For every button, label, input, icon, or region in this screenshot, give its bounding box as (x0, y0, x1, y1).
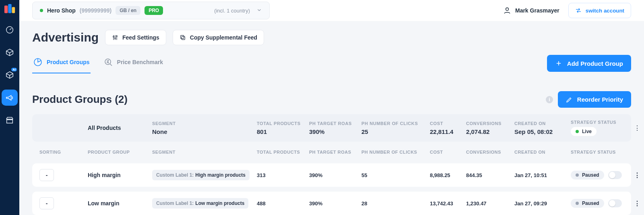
tabs: Product Groups Price Benchmark (32, 53, 164, 73)
nav-products[interactable] (2, 44, 18, 61)
svg-point-7 (116, 35, 118, 37)
segment-chip[interactable]: Custom Label 1:High margin products (152, 170, 250, 180)
feed-settings-button[interactable]: Feed Settings (105, 30, 166, 45)
page-title: Advertising (32, 31, 99, 44)
plus-icon (555, 60, 562, 67)
summary-cost: 22,811.4 (430, 128, 466, 135)
info-icon[interactable]: i (546, 96, 553, 103)
status-badge-live: Live (571, 127, 597, 136)
add-product-group-button[interactable]: Add Product Group (547, 55, 631, 72)
storefront-icon (5, 116, 14, 125)
svg-rect-2 (12, 7, 15, 13)
app-logo-icon (4, 3, 16, 15)
chevron-down-icon (256, 7, 262, 14)
table-row: - High margin Custom Label 1:High margin… (32, 163, 631, 187)
row-more-button[interactable]: ⋮ (631, 200, 643, 207)
nav-storefront[interactable] (2, 112, 18, 128)
user-name: Mark Grasmayer (515, 7, 559, 14)
group-name[interactable]: High margin (88, 172, 152, 178)
status-toggle[interactable] (608, 171, 622, 179)
nav-advertising[interactable] (2, 90, 18, 106)
status-badge-paused: Paused (571, 199, 604, 208)
table-row: - Low margin Custom Label 1:Low margin p… (32, 192, 631, 215)
status-dot-icon (40, 9, 43, 12)
store-name: Hero Shop (47, 7, 76, 14)
svg-point-4 (506, 8, 509, 10)
switch-icon (575, 7, 582, 14)
content: Advertising Feed Settings Copy Supplemen… (19, 21, 644, 215)
svg-point-5 (113, 36, 114, 38)
megaphone-icon (5, 93, 14, 102)
svg-rect-0 (4, 6, 8, 13)
user-icon (503, 6, 511, 15)
summary-roas: 390% (309, 128, 361, 135)
summary-more-button[interactable]: ⋮ (631, 124, 643, 132)
summary-segment: None (152, 128, 257, 135)
svg-point-6 (115, 38, 116, 39)
country-note: (incl. 1 country) (214, 8, 250, 14)
sort-handle[interactable]: - (39, 197, 54, 209)
switch-account-button[interactable]: switch account (568, 3, 631, 18)
section-title: Product Groups (2) (32, 93, 128, 106)
nav-dashboard[interactable] (2, 22, 18, 38)
topbar: Hero Shop (999999999) GB / en PRO (incl.… (19, 0, 644, 21)
tab-price-benchmark[interactable]: Price Benchmark (103, 53, 164, 73)
main: Hero Shop (999999999) GB / en PRO (incl.… (19, 0, 644, 215)
svg-rect-8 (182, 36, 185, 40)
pie-icon (33, 57, 43, 67)
summary-clicks: 25 (361, 128, 430, 135)
gauge-icon (5, 25, 14, 34)
all-products-label: All Products (88, 125, 152, 131)
status-toggle[interactable] (608, 199, 622, 207)
summary-total: 801 (257, 128, 309, 135)
tab-product-groups[interactable]: Product Groups (32, 53, 91, 73)
cube-icon (5, 48, 14, 57)
ai-badge: AI (11, 68, 17, 71)
row-more-button[interactable]: ⋮ (631, 171, 643, 179)
summary-row: All Products SEGMENT None TOTAL PRODUCTS… (32, 114, 631, 142)
store-selector[interactable]: Hero Shop (999999999) GB / en PRO (incl.… (32, 2, 270, 19)
copy-feed-button[interactable]: Copy Supplemental Feed (173, 30, 264, 45)
plan-badge: PRO (144, 6, 163, 15)
table-header: SORTING PRODUCT GROUP SEGMENT TOTAL PROD… (32, 142, 631, 159)
sliders-icon (112, 34, 118, 41)
svg-rect-9 (180, 35, 184, 39)
nav-ai-products[interactable]: AI (2, 67, 18, 83)
summary-conversions: 2,074.82 (466, 128, 514, 135)
group-name[interactable]: Low margin (88, 200, 152, 207)
status-badge-paused: Paused (571, 171, 604, 180)
summary-created: Sep 05, 08:02 (514, 128, 571, 135)
copy-icon (180, 34, 186, 41)
locale-pill: GB / en (116, 6, 140, 15)
user-menu[interactable]: Mark Grasmayer (503, 6, 559, 15)
reorder-priority-button[interactable]: Reorder Priority (558, 91, 631, 108)
segment-chip[interactable]: Custom Label 1:Low margin products (152, 198, 248, 209)
sidebar: AI (0, 0, 19, 215)
cube-icon (5, 71, 14, 79)
store-id: (999999999) (80, 7, 111, 14)
sort-handle[interactable]: - (39, 169, 54, 181)
euro-search-icon (103, 57, 113, 67)
svg-rect-1 (8, 4, 11, 13)
pencil-icon (566, 96, 572, 103)
